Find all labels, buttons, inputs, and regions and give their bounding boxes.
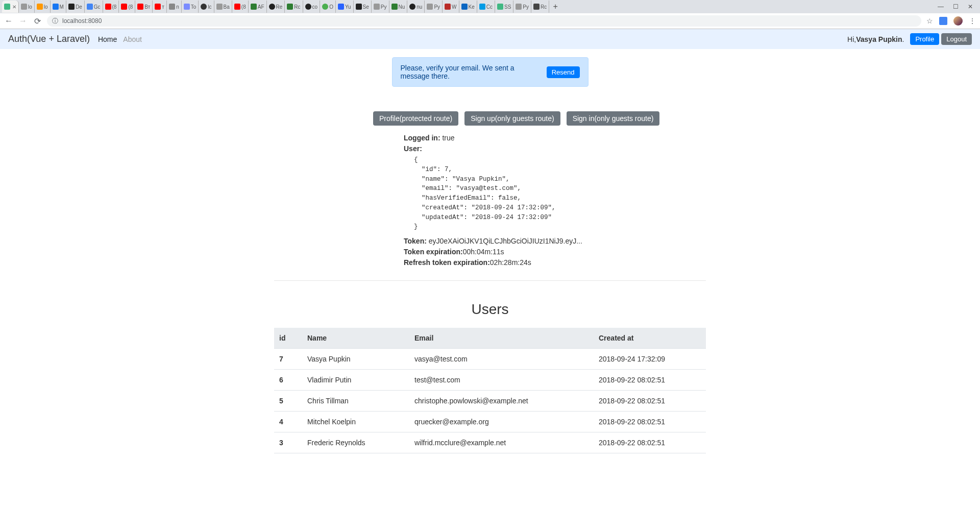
browser-tab[interactable]: Yu [336,1,354,13]
cell-email: qruecker@example.org [409,412,594,432]
cell-created: 2018-09-22 08:02:51 [594,391,706,412]
q-icon [445,4,451,10]
browser-tab[interactable]: Ba [214,1,232,13]
tab-strip: ✕loloMDeGc(8(8ВттnTolcBa(8AFReRccoOYuSeP… [0,0,980,13]
minimize-button[interactable]: — [938,3,944,10]
tab-label: Yu [345,4,351,10]
tab-label: O [329,4,333,10]
cell-id: 3 [274,432,302,453]
browser-tab[interactable]: Rc [285,1,303,13]
table-row: 3Frederic Reynoldswilfrid.mcclure@exampl… [274,432,706,453]
y-icon [338,4,344,10]
browser-tab[interactable]: lo [19,1,35,13]
browser-tab[interactable]: nu [407,1,425,13]
address-bar[interactable]: ⓘ localhost:8080 [47,15,921,27]
v-icon [184,4,190,10]
col-id: id [274,328,302,349]
tab-label: (8 [112,4,117,10]
reload-button[interactable]: ⟳ [33,16,42,26]
play-icon [533,4,540,10]
doc-icon [216,4,223,10]
verify-email-alert: Please, verify your email. We sent a mes… [392,57,589,87]
tab-label: De [76,4,82,10]
app-navbar: Auth(Vue + Laravel) Home About Hi,Vasya … [0,29,980,49]
cell-id: 6 [274,370,302,391]
browser-tab[interactable]: ✕ [2,1,19,13]
vue-icon [497,4,503,10]
cell-name: Vladimir Putin [302,370,409,391]
o-icon [322,4,328,10]
token-exp-label: Token expiration: [404,248,463,256]
browser-tab[interactable]: AF [249,1,267,13]
table-row: 6Vladimir Putintest@test.com2018-09-22 0… [274,370,706,391]
tab-label: Ke [469,4,475,10]
gh-icon [409,4,415,10]
browser-tab[interactable]: (8 [103,1,119,13]
doc-icon [21,4,27,10]
nav-about[interactable]: About [123,35,142,43]
logout-button[interactable]: Logout [941,33,972,45]
yt-icon [155,4,161,10]
tab-label: co [312,4,318,10]
browser-tab[interactable]: O [320,1,336,13]
cell-email: test@test.com [409,370,594,391]
close-icon[interactable]: ✕ [12,4,16,10]
browser-tab[interactable]: Re [267,1,285,13]
new-tab-button[interactable]: + [549,2,561,11]
bookmark-star-icon[interactable]: ☆ [926,17,933,25]
browser-tab[interactable]: Py [513,1,531,13]
browser-tab[interactable]: (8 [232,1,249,13]
maximize-button[interactable]: ☐ [953,3,959,10]
browser-tab[interactable]: To [182,1,199,13]
signin-route-button[interactable]: Sign in(only guests route) [567,111,660,126]
browser-tab[interactable]: Ke [459,1,477,13]
browser-tab[interactable]: SS [495,1,513,13]
browser-tab[interactable]: Вт [135,1,153,13]
browser-tab[interactable]: Nu [389,1,408,13]
nav-home[interactable]: Home [98,35,117,43]
browser-tab[interactable]: Se [354,1,372,13]
browser-tab[interactable]: co [303,1,321,13]
tab-label: Cc [486,4,493,10]
tab-label: Py [434,4,440,10]
browser-tab[interactable]: т [153,1,167,13]
browser-tab[interactable]: Py [425,1,443,13]
profile-avatar[interactable] [953,16,963,26]
browser-tab[interactable]: Rc [531,1,549,13]
logged-in-value: true [442,134,454,142]
route-buttons: Profile(protected route) Sign up(only gu… [371,111,706,126]
back-button[interactable]: ← [4,16,13,26]
cell-created: 2018-09-22 08:02:51 [594,412,706,432]
browser-tab[interactable]: De [66,1,85,13]
tab-label: AF [258,4,264,10]
browser-tab[interactable]: lc [199,1,214,13]
gdoc-icon [87,4,93,10]
browser-tab[interactable]: W [443,1,459,13]
brand: Auth(Vue + Laravel) [8,34,90,44]
table-row: 4Mitchel Koelpinqruecker@example.org2018… [274,412,706,432]
site-info-icon[interactable]: ⓘ [52,17,58,26]
browser-tab[interactable]: Py [372,1,389,13]
cell-email: christophe.powlowski@example.net [409,391,594,412]
browser-tab[interactable]: (8 [119,1,135,13]
signup-route-button[interactable]: Sign up(only guests route) [464,111,560,126]
resend-button[interactable]: Resend [547,66,580,78]
browser-tab[interactable]: Cc [477,1,495,13]
chrome-menu-icon[interactable]: ⋮ [969,17,976,25]
browser-tab[interactable]: Gc [85,1,103,13]
browser-tab[interactable]: n [167,1,182,13]
tab-label: Re [276,4,283,10]
tab-label: Rc [294,4,300,10]
profile-button[interactable]: Profile [910,33,939,45]
translate-icon[interactable] [939,17,947,25]
yt-icon [105,4,111,10]
tab-label: Gc [94,4,101,10]
tab-label: SS [504,4,511,10]
refresh-exp-value: 02h:28m:24s [490,258,531,267]
browser-tab[interactable]: M [51,1,66,13]
page-viewport: Auth(Vue + Laravel) Home About Hi,Vasya … [0,29,980,531]
profile-route-button[interactable]: Profile(protected route) [373,111,458,126]
forward-button[interactable]: → [18,16,28,26]
browser-tab[interactable]: lo [35,1,51,13]
close-button[interactable]: ✕ [968,3,973,10]
